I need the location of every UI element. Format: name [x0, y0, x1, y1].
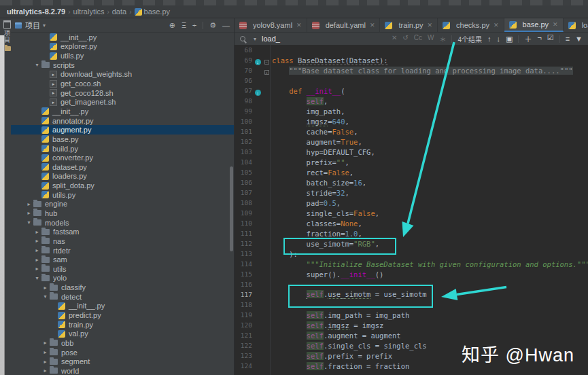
tree-item-scripts[interactable]: ▾scripts	[11, 60, 234, 70]
tree-item-nas[interactable]: ▸nas	[11, 236, 234, 246]
tree-item-get_coco.sh[interactable]: ▸get_coco.sh	[11, 79, 234, 88]
code-editor[interactable]: 6869↓−class BaseDataset(Dataset):70+ """…	[235, 45, 588, 375]
overridden-marker-icon[interactable]: ↓	[255, 90, 261, 96]
tree-item-pose[interactable]: ▸pose	[11, 348, 234, 357]
tree-item-val.py[interactable]: val.py	[11, 329, 234, 339]
tree-item-build.py[interactable]: build.py	[11, 144, 234, 154]
code-line-110[interactable]: 110 classes=None,	[235, 218, 588, 228]
tree-item-engine[interactable]: ▸engine	[11, 200, 234, 209]
search-option-icon[interactable]: Cc	[414, 34, 422, 44]
code-line-103[interactable]: 103 hyp=DEFAULT_CFG,	[235, 147, 588, 157]
editor-tab-train.py[interactable]: train.py✕	[380, 18, 438, 32]
breadcrumb-item[interactable]: data	[112, 7, 126, 16]
search-history-chevron-icon[interactable]: ▾	[254, 36, 256, 42]
editor-tab-checks.py[interactable]: checks.py✕	[438, 18, 504, 32]
search-option-icon[interactable]: ＊	[439, 34, 446, 44]
tree-item-loaders.py[interactable]: loaders.py	[11, 172, 234, 181]
close-icon[interactable]: ✕	[370, 22, 375, 29]
tree-item-augment.py[interactable]: augment.py	[11, 125, 234, 135]
chevron-right-icon[interactable]: ▸	[41, 340, 50, 346]
search-option-icon[interactable]: ✕	[392, 34, 397, 44]
search-scope-icon[interactable]: ¬	[537, 33, 541, 44]
tree-item-rtdetr[interactable]: ▸rtdetr	[11, 246, 234, 255]
chevron-right-icon[interactable]: ▸	[41, 359, 50, 365]
tree-item-utils.py[interactable]: utils.py	[11, 190, 234, 200]
hide-panel-icon[interactable]: —	[222, 21, 230, 29]
code-line-70[interactable]: 70+ """Base dataset class for loading an…	[235, 65, 588, 75]
close-icon[interactable]: ✕	[494, 22, 499, 29]
code-line-121[interactable]: 121 self.augment = augment	[235, 330, 588, 340]
tree-item-split_dota.py[interactable]: split_dota.py	[11, 181, 234, 190]
chevron-right-icon[interactable]: ▸	[41, 368, 50, 374]
tree-item-download_weights.sh[interactable]: ▸download_weights.sh	[11, 70, 234, 79]
search-option-icon[interactable]: ↺	[402, 34, 408, 44]
tree-item-get_imagenet.sh[interactable]: ▸get_imagenet.sh	[11, 97, 234, 107]
close-icon[interactable]: ✕	[428, 22, 433, 29]
breadcrumb-item[interactable]: base.py	[144, 7, 171, 16]
tree-item-hub[interactable]: ▸hub	[11, 209, 234, 218]
overridden-marker-icon[interactable]: ↓	[255, 59, 261, 65]
chevron-right-icon[interactable]: ▸	[24, 201, 33, 207]
project-panel-title[interactable]: 项目	[25, 20, 40, 31]
tree-scrollbar[interactable]	[230, 166, 233, 251]
tree-item-utils.py[interactable]: utils.py	[11, 51, 234, 60]
tree-item-models[interactable]: ▾models	[11, 218, 234, 228]
code-line-96[interactable]: 96	[235, 75, 588, 86]
code-line-97[interactable]: 97↓ def __init__(	[235, 86, 588, 96]
chevron-right-icon[interactable]: ▸	[41, 349, 50, 355]
chevron-right-icon[interactable]: ▸	[41, 285, 50, 291]
tree-item-annotator.py[interactable]: annotator.py	[11, 116, 234, 126]
search-nav-icon[interactable]: ↑	[487, 35, 491, 43]
tree-item-base.py[interactable]: base.py	[11, 135, 234, 144]
chevron-down-icon[interactable]: ▾	[24, 219, 33, 226]
editor-tab-yolov8.yaml[interactable]: yolov8.yaml✕	[235, 18, 307, 32]
code-line-111[interactable]: 111 fraction=1.0,	[235, 228, 588, 238]
editor-tab-default.yaml[interactable]: default.yaml✕	[307, 18, 381, 32]
chevron-right-icon[interactable]: ▸	[33, 266, 41, 272]
tree-item-world[interactable]: ▸world	[11, 366, 234, 375]
tree-item-train.py[interactable]: train.py	[11, 320, 234, 329]
tree-item-get_coco128.sh[interactable]: ▸get_coco128.sh	[11, 88, 234, 98]
chevron-right-icon[interactable]: ▸	[33, 257, 41, 263]
close-icon[interactable]: ✕	[296, 22, 302, 29]
chevron-down-icon[interactable]: ▾	[43, 22, 46, 29]
tree-item-classify[interactable]: ▸classify	[11, 283, 234, 292]
tree-item-dataset.py[interactable]: dataset.py	[11, 162, 234, 172]
gear-icon[interactable]: ⚙	[209, 21, 216, 30]
search-option-icon[interactable]: W	[428, 34, 434, 44]
code-line-99[interactable]: 99 img_path,	[235, 106, 588, 116]
chevron-down-icon[interactable]: ▾	[33, 275, 41, 281]
tree-item-detect[interactable]: ▾detect	[11, 292, 234, 302]
tree-item-__init__.py[interactable]: __init__.py	[11, 302, 234, 311]
code-line-115[interactable]: 115 super().__init__()	[235, 269, 588, 279]
tree-item-segment[interactable]: ▸segment	[11, 357, 234, 366]
breadcrumb-item[interactable]: ultralytics	[73, 7, 105, 16]
code-line-107[interactable]: 107 stride=32,	[235, 188, 588, 198]
code-line-101[interactable]: 101 cache=False,	[235, 126, 588, 137]
code-line-120[interactable]: 120 self.imgsz = imgsz	[235, 320, 588, 330]
editor-tab-base.py[interactable]: base.py✕	[504, 18, 564, 32]
search-scope-icon[interactable]: ＋	[524, 33, 532, 44]
tree-item-yolo[interactable]: ▾yolo	[11, 274, 234, 283]
code-line-106[interactable]: 106 batch_size=16,	[235, 177, 588, 188]
fold-marker[interactable]: −	[264, 60, 269, 65]
search-nav-icon[interactable]: ▣	[506, 35, 513, 43]
code-line-109[interactable]: 109 single_cls=False,	[235, 208, 588, 218]
code-line-69[interactable]: 69↓−class BaseDataset(Dataset):	[235, 55, 588, 65]
code-line-108[interactable]: 108 pad=0.5,	[235, 198, 588, 208]
tree-item-obb[interactable]: ▸obb	[11, 338, 234, 348]
search-input[interactable]: load_	[262, 35, 280, 43]
tree-item-converter.py[interactable]: converter.py	[11, 153, 234, 162]
chevron-right-icon[interactable]: ▸	[24, 210, 33, 216]
code-line-114[interactable]: 114 """Initialize BaseDataset with given…	[235, 259, 588, 269]
tree-item-__init__.py[interactable]: __init__.py	[11, 33, 234, 42]
search-nav-icon[interactable]: ↓	[496, 35, 500, 43]
code-line-105[interactable]: 105 rect=False,	[235, 167, 588, 177]
code-line-100[interactable]: 100 imgsz=640,	[235, 116, 588, 126]
tree-item-predict.py[interactable]: predict.py	[11, 310, 234, 320]
search-filter-icon[interactable]: ≡	[566, 35, 570, 43]
tree-item-utils[interactable]: ▸utils	[11, 264, 234, 274]
expand-all-icon[interactable]: Ξ	[181, 21, 186, 29]
tree-item-fastsam[interactable]: ▸fastsam	[11, 227, 234, 236]
code-line-98[interactable]: 98 self,	[235, 96, 588, 106]
